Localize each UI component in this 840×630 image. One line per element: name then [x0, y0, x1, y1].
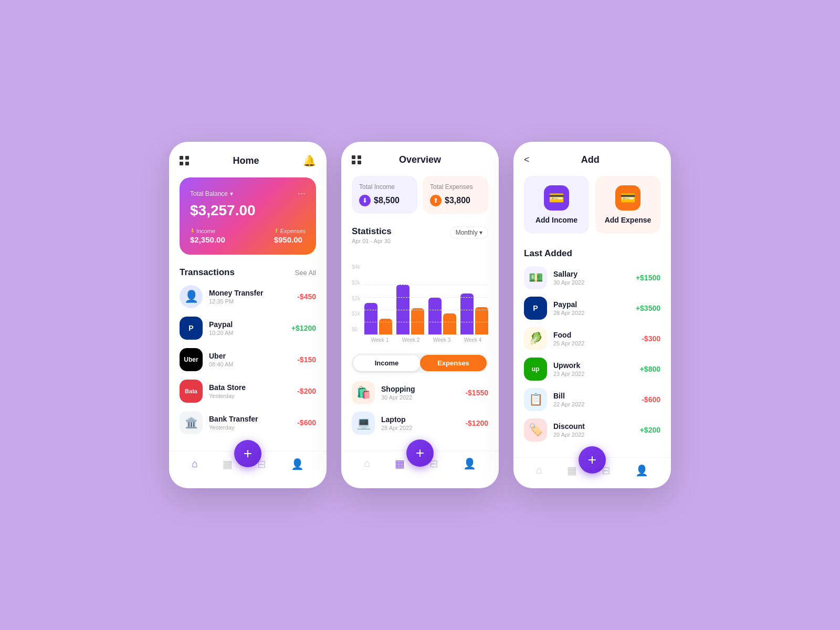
- balance-row: ⬇ Income $2,350.00 ⬆ Expenses $950.00: [190, 227, 306, 244]
- fab-button[interactable]: +: [579, 446, 606, 474]
- chart-section: Statistics Apr 01 - Apr 30 Monthly ▾ $4k…: [352, 226, 488, 343]
- overview-title: Overview: [399, 154, 441, 165]
- transactions-header: Transactions See All: [180, 267, 316, 278]
- profile-nav-icon[interactable]: 👤: [463, 457, 476, 470]
- expenses-item: ⬆ Expenses $950.00: [274, 227, 306, 244]
- week4-purple-bar: [460, 293, 474, 334]
- chart-nav-icon[interactable]: ▦: [567, 464, 577, 477]
- week3-purple-bar: [428, 298, 442, 334]
- balance-card: Total Balance ▾ ··· $3,257.00 ⬇ Income $…: [180, 177, 316, 255]
- profile-nav-icon[interactable]: 👤: [291, 458, 304, 470]
- transactions-title: Transactions: [180, 267, 235, 278]
- week-3-bars: [428, 298, 456, 334]
- person-avatar: 👤: [180, 285, 203, 308]
- screens-container: Home 🔔 Total Balance ▾ ··· $3,257.00 ⬇ I…: [148, 121, 692, 509]
- tx-amount: -$450: [297, 292, 316, 301]
- profile-nav-icon[interactable]: 👤: [635, 464, 648, 477]
- balance-label: Total Balance ▾ ···: [190, 188, 306, 199]
- add-expense-card[interactable]: 💳 Add Expense: [595, 176, 660, 234]
- food-icon: 🥬: [524, 327, 547, 350]
- transaction-item: 🏛️ Bank Transfer Yesterday -$600: [180, 411, 316, 434]
- fab-button[interactable]: +: [234, 440, 261, 467]
- discount-icon: 🏷️: [524, 418, 547, 442]
- last-added-header: Last Added: [524, 248, 660, 259]
- chart-title: Statistics: [352, 226, 392, 237]
- uber-avatar: Uber: [180, 348, 203, 371]
- expenses-tab[interactable]: Expenses: [420, 355, 487, 371]
- transaction-item: 👤 Money Transfer 12:35 PM -$450: [180, 285, 316, 308]
- transaction-item: P Paypal 10:20 AM +$1200: [180, 317, 316, 340]
- chart-filter[interactable]: Monthly ▾: [450, 226, 488, 239]
- add-income-icon: 💳: [544, 185, 569, 211]
- paypal-icon: P: [524, 297, 547, 320]
- chart-nav-icon[interactable]: ▦: [223, 458, 233, 470]
- week4-orange-bar: [475, 307, 488, 334]
- add-buttons: 💳 Add Income 💳 Add Expense: [524, 176, 660, 234]
- tx-time: 08:40 AM: [209, 361, 291, 368]
- tx-amount: -$150: [297, 355, 316, 364]
- chart-header: Statistics Apr 01 - Apr 30 Monthly ▾: [352, 226, 488, 244]
- expenses-card-label: Total Expenses: [430, 183, 481, 191]
- shopping-icon: 🛍️: [352, 381, 375, 404]
- chart-nav-icon[interactable]: ▦: [395, 457, 405, 470]
- week3-orange-bar: [443, 313, 456, 334]
- transaction-item: Bata Bata Store Yesterday -$200: [180, 380, 316, 403]
- expenses-summary-card: Total Expenses ⬆ $3,800: [423, 176, 488, 214]
- tx-time: Yesterday: [209, 393, 291, 399]
- salary-icon: 💵: [524, 266, 547, 289]
- home-nav-icon[interactable]: ⌂: [364, 457, 370, 470]
- week-1-bars: [364, 303, 392, 334]
- tab-toggle: Income Expenses: [352, 353, 488, 373]
- see-all-button[interactable]: See All: [295, 269, 316, 277]
- tx-name: Bata Store: [209, 383, 291, 392]
- tx-name: Paypal: [209, 320, 285, 329]
- home-nav-icon[interactable]: ⌂: [536, 464, 542, 477]
- add-income-label: Add Income: [536, 216, 578, 224]
- add-expense-label: Add Expense: [605, 216, 652, 224]
- more-dots-icon[interactable]: ···: [298, 188, 306, 199]
- income-icon: ⬇: [359, 195, 371, 206]
- add-screen: < Add 💳 Add Income 💳 Add Expense: [513, 142, 671, 488]
- last-added-paypal: P Paypal 28 Apr 2022 +$3500: [524, 297, 660, 320]
- transaction-item: Uber Uber 08:40 AM -$150: [180, 348, 316, 371]
- week-labels: Week 1 Week 2 Week 3 Week 4: [364, 337, 488, 343]
- income-tab[interactable]: Income: [353, 355, 420, 371]
- paypal-amount: +$3500: [636, 304, 660, 312]
- tx-name: Bank Transfer: [209, 415, 291, 423]
- add-expense-icon: 💳: [615, 185, 640, 211]
- tx-time: 12:35 PM: [209, 298, 291, 304]
- home-bottom-nav: ⌂ ▦ + ⊟ 👤: [169, 451, 327, 479]
- chart-period: Apr 01 - Apr 30: [352, 238, 392, 244]
- discount-amount: +$200: [640, 426, 660, 434]
- fab-button[interactable]: +: [406, 439, 434, 467]
- home-header: Home 🔔: [180, 154, 316, 167]
- tx-amount: -$200: [297, 387, 316, 395]
- balance-amount: $3,257.00: [190, 202, 306, 219]
- expenses-value: $950.00: [274, 235, 306, 244]
- week1-purple-bar: [364, 303, 377, 334]
- tx-name: Uber: [209, 352, 291, 360]
- bank-avatar: 🏛️: [180, 411, 203, 434]
- back-button[interactable]: <: [524, 154, 530, 165]
- laptop-amount: -$1200: [465, 419, 488, 427]
- last-added-upwork: up Upwork 23 Apr 2022 +$800: [524, 358, 660, 381]
- home-nav-icon[interactable]: ⌂: [192, 458, 198, 470]
- bata-avatar: Bata: [180, 380, 203, 403]
- paypal-avatar: P: [180, 317, 203, 340]
- overview-screen: Overview Total Income ⬇ $8,500 Total Exp…: [341, 142, 499, 488]
- grid-icon[interactable]: [180, 156, 189, 165]
- salary-amount: +$1500: [636, 274, 660, 282]
- overview-header: Overview: [352, 154, 488, 165]
- bell-icon[interactable]: 🔔: [303, 154, 316, 167]
- home-title: Home: [233, 155, 259, 166]
- income-item: ⬇ Income $2,350.00: [190, 227, 225, 244]
- shopping-amount: -$1550: [465, 388, 488, 397]
- laptop-icon: 💻: [352, 412, 375, 435]
- add-bottom-nav: ⌂ ▦ + ⊟ 👤: [513, 457, 671, 485]
- food-amount: -$300: [642, 334, 660, 343]
- grid-icon[interactable]: [352, 155, 361, 165]
- income-card-amount: $8,500: [374, 196, 400, 205]
- add-income-card[interactable]: 💳 Add Income: [524, 176, 589, 234]
- expenses-icon: ⬆: [430, 195, 442, 206]
- bill-amount: -$600: [642, 395, 660, 404]
